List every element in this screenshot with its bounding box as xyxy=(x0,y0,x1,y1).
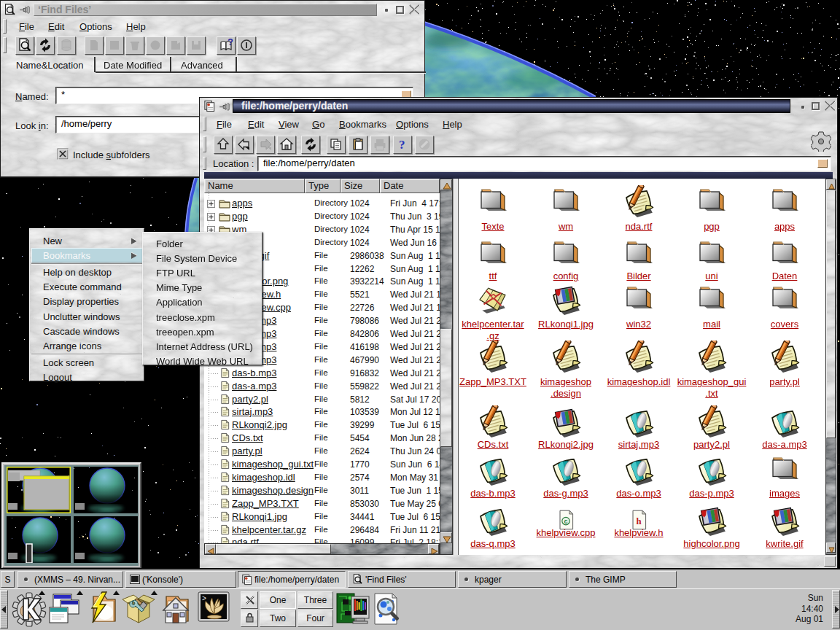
svg-text:?: ? xyxy=(399,138,405,152)
svg-text:?: ? xyxy=(228,38,233,47)
